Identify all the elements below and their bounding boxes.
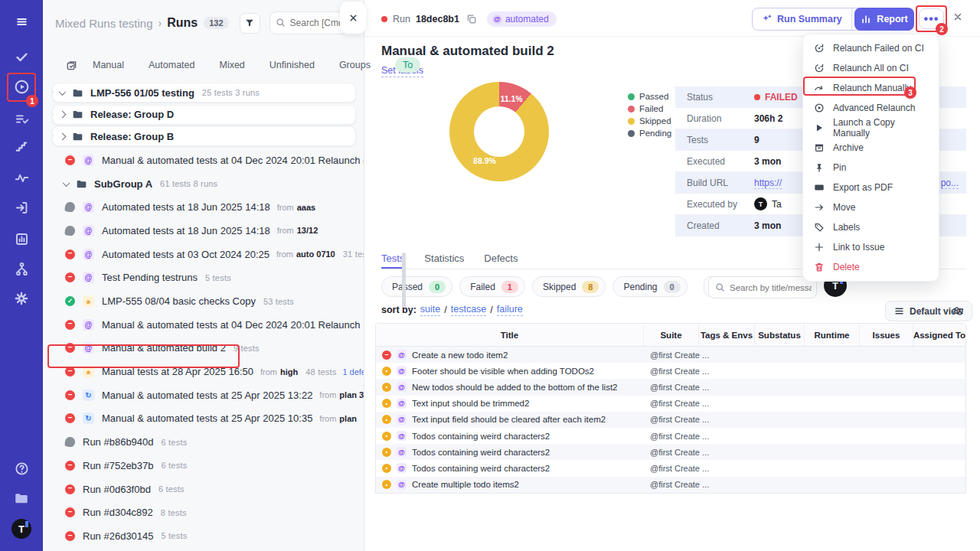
menu-pin[interactable]: Pin (803, 158, 939, 178)
run-list-item[interactable]: SubGroup A 61 tests 8 runs (43, 172, 364, 196)
chevron-icon[interactable] (59, 88, 67, 96)
col-tags-envs[interactable]: Tags & Envs (699, 324, 755, 346)
chip-passed[interactable]: Passed0 (381, 276, 452, 297)
import-icon[interactable] (0, 194, 43, 220)
run-list-item[interactable]: Test Pending testruns 5 tests (43, 266, 364, 290)
chevron-icon[interactable] (59, 111, 67, 119)
run-list-item[interactable]: Automated tests at 03 Oct 2024 20:25 fro… (43, 243, 364, 266)
tab-defects[interactable]: Defects (484, 253, 518, 269)
automated-badge[interactable]: @automated (487, 11, 557, 27)
chip-failed[interactable]: Failed1 (459, 276, 525, 297)
run-list-item[interactable]: Run #0d63f0bd 6 tests (43, 478, 364, 501)
run-list-item[interactable]: Release: Group D (52, 105, 356, 125)
tab-tests[interactable]: Tests (381, 253, 404, 269)
scrollbar-thumb[interactable] (402, 253, 406, 308)
sort-by-failure[interactable]: failure (497, 304, 523, 316)
col-assigned-to[interactable]: Assigned To (913, 324, 965, 346)
run-list-item[interactable]: Manual & automated tests at 25 Apr 2025 … (43, 383, 364, 407)
defects-link[interactable]: 1 defects (342, 367, 364, 377)
sort-by-suite[interactable]: suite (420, 304, 440, 316)
run-list-item[interactable]: Run #26d30145 5 tests (43, 524, 364, 548)
table-row[interactable]: Create multiple todo items2 @first Creat… (376, 477, 965, 493)
run-meta: 53 tests (263, 297, 294, 306)
menu-relaunch-failed-ci[interactable]: Relaunch Failed on CI (803, 38, 939, 58)
run-list-item[interactable]: Run #752eb37b 6 tests (43, 454, 364, 478)
tab-automated[interactable]: Automated (149, 60, 194, 70)
menu-export-pdf[interactable]: PDFExport as PDF (803, 178, 939, 197)
menu-labels[interactable]: Labels (803, 217, 939, 237)
menu-relaunch-all-ci[interactable]: Relaunch All on CI (803, 58, 939, 78)
branch-icon[interactable] (0, 256, 43, 282)
chart-box-icon[interactable] (0, 226, 43, 252)
tab-groups[interactable]: Groups (339, 60, 371, 70)
tab-statistics[interactable]: Statistics (424, 253, 464, 269)
chevron-icon[interactable] (63, 179, 70, 187)
pulse-icon[interactable] (0, 165, 43, 191)
steps-icon[interactable] (0, 133, 43, 159)
col-substatus[interactable]: Substatus (755, 324, 805, 346)
tab-mixed[interactable]: Mixed (219, 60, 244, 70)
run-status-icon (65, 272, 75, 282)
table-row[interactable]: Text input field should be cleared after… (376, 412, 965, 428)
list-check-icon[interactable] (0, 106, 43, 132)
run-list-item[interactable]: Manual & automated tests at 04 Dec 2024 … (43, 148, 364, 172)
menu-archive[interactable]: Archive (803, 138, 939, 158)
chip-skipped[interactable]: Skipped8 (532, 276, 606, 297)
breadcrumb[interactable]: Mixed Runs testing (55, 17, 153, 30)
run-list-item[interactable]: Manual & automated build 2 9 tests (43, 337, 364, 360)
filter-button[interactable] (240, 13, 260, 34)
run-list-item[interactable]: Automated tests at 18 Jun 2025 14:18 fro… (43, 219, 364, 243)
run-list-item[interactable]: Manual & automated tests at 04 Dec 2024 … (43, 313, 364, 337)
table-row[interactable]: Create a new todo item2 @first Create ..… (376, 347, 965, 363)
build-url-link[interactable]: https:// (754, 178, 782, 189)
run-list-item[interactable]: Release: Group B (52, 126, 356, 146)
table-row[interactable]: Todos containing weird characters2 @firs… (376, 460, 965, 476)
user-avatar[interactable]: T (0, 516, 43, 542)
more-actions-button[interactable]: ••• (919, 8, 944, 29)
menu-delete[interactable]: Delete (803, 257, 939, 277)
copy-icon[interactable] (466, 14, 477, 24)
tests-table-body: Create a new todo item2 @first Create ..… (376, 347, 965, 493)
run-list-item[interactable]: Run #d304c892 8 tests (43, 500, 364, 524)
chip-pending[interactable]: Pending0 (612, 276, 687, 297)
sort-by-testcase[interactable]: testcase (451, 304, 487, 316)
table-row[interactable]: New todos should be added to the bottom … (376, 379, 965, 395)
help-icon[interactable] (0, 455, 43, 481)
menu-icon[interactable] (0, 8, 43, 34)
close-icon[interactable] (952, 11, 963, 22)
tab-todo[interactable]: To (395, 57, 420, 73)
menu-advanced-relaunch[interactable]: Advanced Relaunch (803, 98, 939, 118)
run-list-item[interactable]: LMP-555 08/04 basic checks Copy 53 tests (43, 289, 364, 313)
col-runtime[interactable]: Runtime (805, 324, 860, 346)
col-title[interactable]: Title (376, 324, 644, 346)
run-list-item[interactable]: Run #b86b940d 6 tests (43, 430, 364, 454)
automated-icon (397, 382, 407, 392)
table-row[interactable]: Todos containing weird characters2 @firs… (376, 444, 965, 460)
run-list-item[interactable]: Manual & automated tests at 25 Apr 2025 … (43, 407, 364, 431)
view-settings-icon[interactable] (952, 305, 964, 317)
check-icon[interactable] (0, 44, 43, 70)
menu-relaunch-manually[interactable]: Relaunch Manually (803, 78, 939, 98)
col-suite[interactable]: Suite (644, 324, 699, 346)
col-issues[interactable]: Issues (860, 324, 913, 346)
tab-manual[interactable]: Manual (93, 60, 124, 70)
table-row[interactable]: Footer should be visible when adding TOD… (376, 363, 965, 379)
menu-link-to-issue[interactable]: Link to Issue (803, 237, 939, 257)
gear-icon[interactable] (0, 285, 43, 311)
table-row[interactable]: Todos containing weird characters2 @firs… (376, 428, 965, 444)
menu-launch-copy[interactable]: Launch a Copy Manually (803, 118, 939, 138)
table-row[interactable]: Text input should be trimmed2 @first Cre… (376, 396, 965, 412)
build-url-link-end[interactable]: po... (941, 178, 959, 189)
svg-text:PDF: PDF (816, 186, 823, 190)
run-list-item[interactable]: Manual tests at 28 Apr 2025 16:50 from h… (43, 360, 364, 383)
folder-icon[interactable] (0, 485, 43, 511)
tab-unfinished[interactable]: Unfinished (270, 60, 315, 70)
menu-move[interactable]: Move (803, 197, 939, 217)
run-list-item[interactable]: Automated tests at 18 Jun 2025 14:18 fro… (43, 195, 364, 219)
run-list-item[interactable]: LMP-556 01/05 testing 25 tests 3 runs (52, 83, 356, 103)
play-circle-icon[interactable] (0, 73, 43, 99)
report-button[interactable]: Report (854, 8, 914, 31)
chevron-icon[interactable] (59, 132, 67, 140)
select-all-icon[interactable] (66, 60, 77, 71)
panel-close-button[interactable] (340, 2, 366, 34)
